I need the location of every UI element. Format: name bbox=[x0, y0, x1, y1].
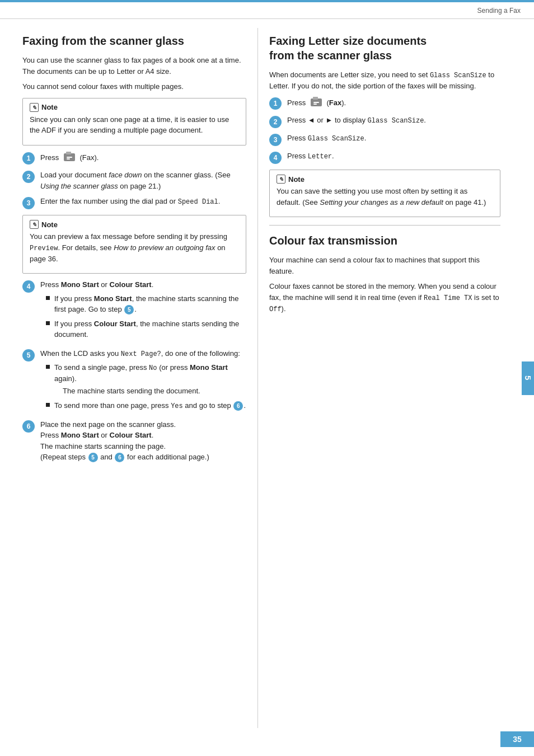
right-step-content-3: Press Glass ScanSize. bbox=[287, 133, 500, 144]
step5-bullet-2: To send more than one page, press Yes an… bbox=[46, 400, 246, 411]
sub-indent-1: The machine starts sending the document. bbox=[63, 386, 246, 397]
step5-bullet-1: To send a single page, press No (or pres… bbox=[46, 362, 246, 397]
left-intro-1: You can use the scanner glass to fax pag… bbox=[22, 55, 246, 77]
step3-mono: Speed Dial bbox=[178, 198, 218, 206]
step-6-left: 6 Place the next page on the scanner gla… bbox=[22, 419, 246, 463]
bullet-sq bbox=[46, 296, 50, 300]
step-circle-1: 1 bbox=[22, 152, 35, 165]
bullet-sq bbox=[46, 321, 50, 325]
bullet-sq bbox=[46, 403, 50, 407]
circle-ref-5b: 5 bbox=[88, 453, 98, 462]
bullet-sq bbox=[46, 365, 50, 369]
left-column: Faxing from the scanner glass You can us… bbox=[0, 22, 257, 734]
step-5: 5 When the LCD asks you Next Page?, do o… bbox=[22, 348, 246, 415]
section-divider bbox=[269, 225, 500, 226]
step1-fax-label: (Fax). bbox=[79, 153, 99, 162]
step-3: 3 Enter the fax number using the dial pa… bbox=[22, 196, 246, 209]
right-step-content-4: Press Letter. bbox=[287, 151, 500, 162]
colour-para-1: Your machine can send a colour fax to ma… bbox=[269, 255, 500, 276]
note-title-2: ✎ Note bbox=[30, 220, 239, 229]
right-column: Faxing Letter size documentsfrom the sca… bbox=[258, 22, 534, 734]
colour-title: Colour fax transmission bbox=[269, 233, 500, 248]
right-step-circle-4: 4 bbox=[269, 152, 282, 164]
right-intro: When documents are Letter size, you need… bbox=[269, 69, 500, 92]
step4-bullets: If you press Mono Start, the machine sta… bbox=[46, 293, 246, 340]
right-step-content-1: Press (Fax). bbox=[287, 96, 500, 111]
step-circle-4: 4 bbox=[22, 280, 35, 293]
step-content-1: Press (Fax). bbox=[40, 151, 246, 166]
fax-icon-right-step1 bbox=[310, 96, 323, 111]
note-box-right: ✎ Note You can save the setting you use … bbox=[269, 170, 500, 217]
step-circle-3: 3 bbox=[22, 197, 35, 209]
step-2: 2 Load your document face down on the sc… bbox=[22, 170, 246, 191]
step-circle-6: 6 bbox=[22, 420, 35, 433]
left-intro-2: You cannot send colour faxes with multip… bbox=[22, 81, 246, 92]
page-container: Sending a Fax 5 Faxing from the scanner … bbox=[0, 0, 534, 756]
main-content: Faxing from the scanner glass You can us… bbox=[0, 22, 534, 756]
step-1: 1 Press (Fax). bbox=[22, 151, 246, 166]
step-content-5: When the LCD asks you Next Page?, do one… bbox=[40, 348, 246, 415]
step-circle-2: 2 bbox=[22, 171, 35, 183]
right-title: Faxing Letter size documentsfrom the sca… bbox=[269, 34, 500, 63]
note-icon-1: ✎ bbox=[30, 103, 39, 112]
circle-ref-6b: 6 bbox=[115, 453, 124, 462]
right-step-content-2: Press ◄ or ► to display Glass ScanSize. bbox=[287, 115, 500, 126]
chapter-tab: 5 bbox=[522, 361, 534, 395]
step1-text-before: Press bbox=[40, 153, 59, 162]
note-text-right: You can save the setting you use most of… bbox=[277, 186, 493, 208]
step-content-3: Enter the fax number using the dial pad … bbox=[40, 196, 246, 207]
right-step-4: 4 Press Letter. bbox=[269, 151, 500, 164]
right-step-2: 2 Press ◄ or ► to display Glass ScanSize… bbox=[269, 115, 500, 128]
note-title-right: ✎ Note bbox=[277, 175, 493, 184]
note-text-2: You can preview a fax message before sen… bbox=[30, 231, 239, 264]
fax-icon-step1 bbox=[63, 151, 76, 166]
step-circle-5: 5 bbox=[22, 349, 35, 361]
note-box-2: ✎ Note You can preview a fax message bef… bbox=[22, 215, 246, 274]
right-step-3: 3 Press Glass ScanSize. bbox=[269, 133, 500, 146]
note-icon-right: ✎ bbox=[277, 175, 285, 184]
step4-bullet-2: If you press Colour Start, the machine s… bbox=[46, 318, 246, 340]
circle-ref-6: 6 bbox=[233, 401, 243, 411]
svg-rect-1 bbox=[66, 152, 71, 154]
right-step-circle-3: 3 bbox=[269, 134, 282, 146]
note-box-1: ✎ Note Since you can only scan one page … bbox=[22, 98, 246, 145]
step-content-6: Place the next page on the scanner glass… bbox=[40, 419, 246, 463]
header-text: Sending a Fax bbox=[477, 7, 521, 15]
step-content-2: Load your document face down on the scan… bbox=[40, 170, 246, 191]
step-content-4: Press Mono Start or Colour Start. If you… bbox=[40, 279, 246, 344]
page-number: 35 bbox=[500, 731, 534, 747]
step-4: 4 Press Mono Start or Colour Start. If y… bbox=[22, 279, 246, 344]
svg-rect-2 bbox=[67, 157, 72, 158]
right-step-circle-2: 2 bbox=[269, 116, 282, 128]
note-text-1: Since you can only scan one page at a ti… bbox=[30, 114, 239, 136]
step4-bullet-1: If you press Mono Start, the machine sta… bbox=[46, 293, 246, 315]
right-step-circle-1: 1 bbox=[269, 97, 282, 110]
svg-rect-3 bbox=[67, 158, 70, 159]
note-title-1: ✎ Note bbox=[30, 103, 239, 112]
left-title: Faxing from the scanner glass bbox=[22, 34, 246, 48]
header-line: Sending a Fax bbox=[0, 2, 534, 19]
colour-para-2: Colour faxes cannot be stored in the mem… bbox=[269, 281, 500, 314]
right-step-1: 1 Press (Fax). bbox=[269, 96, 500, 111]
svg-rect-5 bbox=[313, 97, 318, 100]
step5-bullets: To send a single page, press No (or pres… bbox=[46, 362, 246, 411]
note-icon-2: ✎ bbox=[30, 220, 39, 229]
svg-rect-7 bbox=[313, 104, 317, 105]
svg-rect-6 bbox=[313, 102, 319, 103]
circle-ref-5: 5 bbox=[124, 305, 134, 314]
